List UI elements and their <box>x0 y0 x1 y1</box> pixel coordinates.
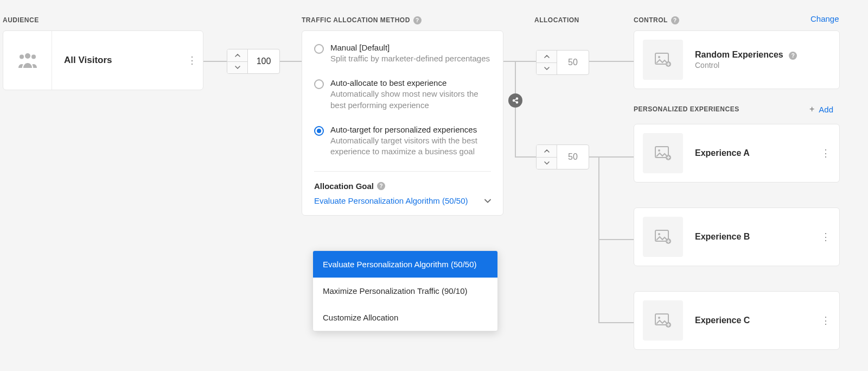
svg-point-1 <box>20 55 24 59</box>
help-icon[interactable]: ? <box>377 182 385 190</box>
experience-thumb-icon <box>643 300 683 341</box>
plus-icon: + <box>809 104 814 114</box>
help-icon[interactable]: ? <box>671 16 679 24</box>
svg-point-10 <box>658 149 660 152</box>
personalized-label: PERSONALIZED EXPERIENCES <box>634 105 739 113</box>
connector <box>280 61 302 62</box>
dropdown-option-evaluate[interactable]: Evaluate Personalization Algorithm (50/5… <box>313 251 497 278</box>
experience-title: Experience C <box>695 316 750 325</box>
radio-icon <box>314 126 324 136</box>
radio-desc: Split traffic by marketer-defined percen… <box>330 53 490 64</box>
experience-title: Experience A <box>695 148 750 158</box>
audience-card[interactable]: All Visitors ⋮ <box>3 30 203 90</box>
experience-subtitle: Control <box>695 61 797 70</box>
connector <box>515 61 516 156</box>
help-icon[interactable]: ? <box>413 16 422 24</box>
dropdown-option-maximize[interactable]: Maximize Personalization Traffic (90/10) <box>313 278 497 304</box>
allocation-goal-label: Allocation Goal? <box>314 181 491 191</box>
chevron-down-icon <box>484 199 491 203</box>
stepper-value: 50 <box>557 145 589 169</box>
experience-card-a[interactable]: Experience A ⋮ <box>634 124 840 183</box>
svg-point-0 <box>25 53 30 59</box>
experience-card-c[interactable]: Experience C ⋮ <box>634 291 840 350</box>
stepper-down-icon[interactable] <box>537 63 557 75</box>
control-allocation-stepper[interactable]: 50 <box>536 50 589 75</box>
stepper-up-icon[interactable] <box>227 49 247 62</box>
stepper-down-icon[interactable] <box>537 158 557 169</box>
allocation-goal-menu: Evaluate Personalization Algorithm (50/5… <box>312 250 498 331</box>
radio-auto-allocate[interactable]: Auto-allocate to best experience Automat… <box>314 78 491 111</box>
dropdown-option-customize[interactable]: Customize Allocation <box>313 304 497 331</box>
radio-title: Manual [Default] <box>330 43 490 52</box>
audience-label: AUDIENCE <box>3 16 39 24</box>
radio-title: Auto-allocate to best experience <box>330 78 491 87</box>
stepper-value: 50 <box>557 51 589 74</box>
radio-desc: Automatically target visitors with the b… <box>330 135 491 158</box>
traffic-label: TRAFFIC ALLOCATION METHOD? <box>302 16 422 24</box>
svg-point-13 <box>658 233 660 235</box>
experience-title: Random Experiences ? <box>695 50 797 60</box>
connector <box>598 322 634 323</box>
experience-thumb-icon <box>643 133 683 173</box>
control-experience-card[interactable]: Random Experiences ? Control <box>634 30 840 89</box>
radio-icon <box>314 44 324 54</box>
change-control-link[interactable]: Change <box>810 14 839 23</box>
svg-point-16 <box>658 317 660 319</box>
svg-point-7 <box>658 56 660 58</box>
traffic-total-stepper[interactable]: 100 <box>227 49 280 74</box>
experience-thumb-icon <box>643 40 683 80</box>
experience-more-icon[interactable]: ⋮ <box>821 231 831 243</box>
audience-icon <box>3 31 52 90</box>
radio-title: Auto-target for personalized experiences <box>330 125 491 134</box>
radio-icon <box>314 79 324 89</box>
traffic-allocation-panel: Manual [Default] Split traffic by market… <box>302 30 503 216</box>
stepper-up-icon[interactable] <box>537 145 557 158</box>
allocation-goal-dropdown[interactable]: Evaluate Personalization Algorithm (50/5… <box>314 196 491 205</box>
experience-more-icon[interactable]: ⋮ <box>821 147 831 159</box>
connector <box>203 61 227 62</box>
audience-name: All Visitors <box>64 55 181 66</box>
divider <box>314 171 491 172</box>
personalized-allocation-stepper[interactable]: 50 <box>536 144 589 169</box>
radio-auto-target[interactable]: Auto-target for personalized experiences… <box>314 125 491 158</box>
connector <box>598 239 634 240</box>
share-icon <box>508 93 522 108</box>
experience-more-icon[interactable]: ⋮ <box>821 315 831 326</box>
radio-desc: Automatically show most new visitors the… <box>330 89 491 111</box>
audience-more-icon[interactable]: ⋮ <box>181 54 203 66</box>
allocation-label: ALLOCATION <box>534 16 579 24</box>
stepper-up-icon[interactable] <box>537 51 557 63</box>
radio-manual[interactable]: Manual [Default] Split traffic by market… <box>314 43 491 64</box>
stepper-down-icon[interactable] <box>227 62 247 74</box>
stepper-value: 100 <box>248 49 279 73</box>
experience-thumb-icon <box>643 217 683 257</box>
add-experience-link[interactable]: + Add <box>809 104 833 114</box>
control-label: CONTROL? <box>634 16 679 24</box>
svg-point-2 <box>31 55 36 59</box>
experience-title: Experience B <box>695 232 750 242</box>
experience-card-b[interactable]: Experience B ⋮ <box>634 207 840 266</box>
help-icon[interactable]: ? <box>789 52 797 60</box>
